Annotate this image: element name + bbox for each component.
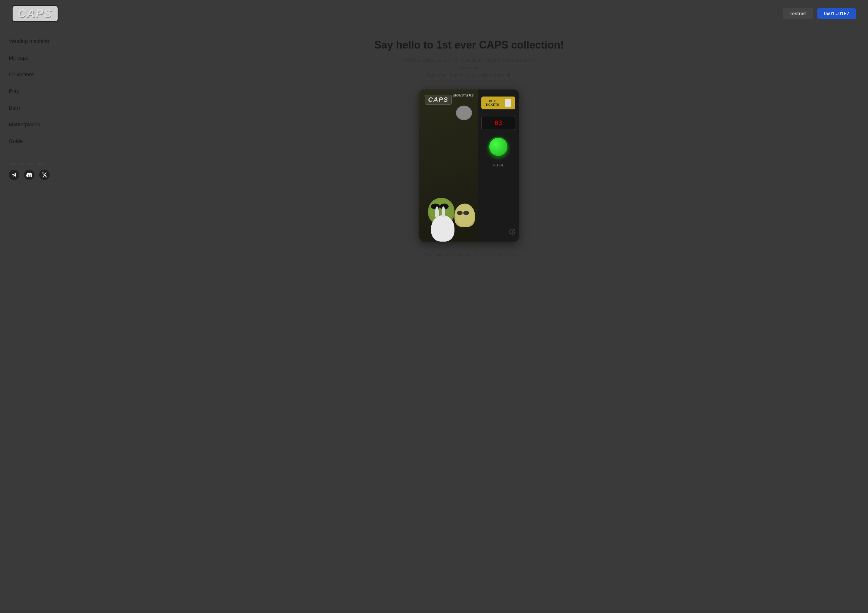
spider-character (456, 106, 472, 120)
sidebar-item-my-caps[interactable]: My caps (9, 50, 61, 67)
vm-logo-area: CAPS (425, 95, 478, 105)
push-button[interactable] (488, 137, 508, 157)
telegram-icon[interactable] (9, 170, 19, 180)
logo: CAPS (12, 5, 59, 22)
collection-limit: This collection mint is limited by 100,0… (424, 252, 514, 257)
twitter-icon[interactable] (39, 170, 50, 180)
discord-icon[interactable] (24, 170, 34, 180)
main-content: Say hello to 1st ever CAPS collection! T… (70, 27, 868, 613)
social-icons (9, 170, 61, 180)
hero-subtitle-line2: Take your chance, and... collect them al… (427, 73, 511, 78)
buy-tickets-button[interactable]: BUYTICKETS (481, 96, 515, 109)
buy-tickets-label: BUYTICKETS (485, 99, 499, 107)
community-section: Join our community (9, 161, 61, 180)
vm-characters (419, 90, 478, 242)
hero-subtitle-line1: Ticket can give you 1 of 30 collectibles… (403, 57, 535, 70)
header-right: Testnet 0x01...01E7 (783, 8, 856, 19)
vm-screen: 03 (481, 116, 515, 130)
logo-text: CAPS (12, 5, 59, 22)
skull-character (454, 203, 475, 227)
sidebar-item-guide[interactable]: Guide (9, 133, 61, 150)
ticket-icon (505, 99, 511, 107)
hero-subtitle: Ticket can give you 1 of 30 collectibles… (393, 56, 545, 79)
wallet-button[interactable]: 0x01...01E7 (817, 8, 856, 19)
vending-machine-panel: BUYTICKETS 03 PUSH i (478, 90, 519, 242)
header: CAPS Testnet 0x01...01E7 (0, 0, 868, 27)
vending-machine-display: CAPS MONSTERS (419, 90, 478, 242)
info-icon[interactable]: i (510, 229, 515, 234)
community-label: Join our community (9, 161, 61, 166)
sidebar-item-marketplaces[interactable]: Marketplaces (9, 116, 61, 133)
hero-title: Say hello to 1st ever CAPS collection! (374, 39, 564, 51)
push-label: PUSH (493, 163, 504, 167)
sidebar-item-burn[interactable]: Burn (9, 100, 61, 116)
vending-machine: CAPS MONSTERS BUYTICKETS 03 (419, 90, 519, 242)
vm-logo: CAPS (425, 95, 452, 105)
sidebar-item-vending-machine[interactable]: Vending machine (9, 33, 61, 50)
sidebar-item-collections[interactable]: Collections (9, 67, 61, 83)
sidebar-item-play[interactable]: Play (9, 83, 61, 100)
sidebar: Vending machine My caps Collections Play… (0, 27, 70, 613)
bunny-character (431, 215, 454, 242)
vm-screen-value: 03 (494, 119, 502, 127)
layout: Vending machine My caps Collections Play… (0, 27, 868, 613)
testnet-button[interactable]: Testnet (783, 8, 813, 19)
